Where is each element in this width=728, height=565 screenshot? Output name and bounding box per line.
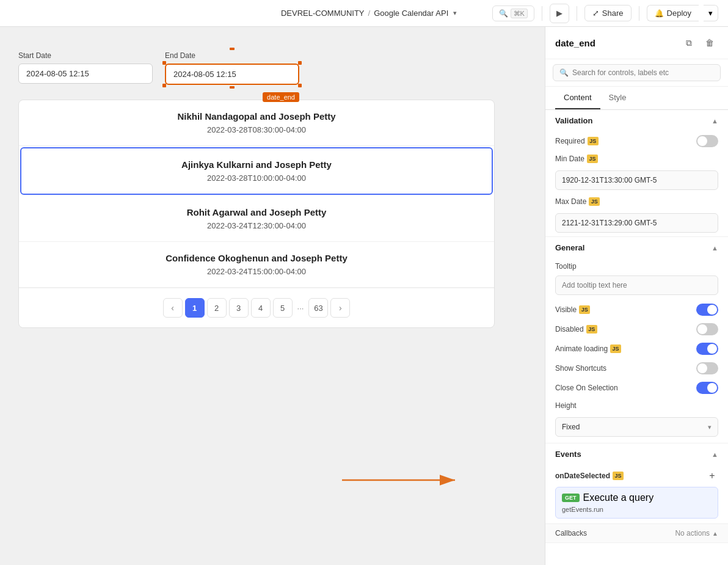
close-on-selection-label: Close On Selection — [555, 384, 618, 392]
prev-page-button[interactable]: ‹ — [163, 298, 183, 318]
show-shortcuts-row: Show Shortcuts — [545, 359, 728, 378]
start-date-input[interactable] — [18, 64, 153, 84]
search-kbd: ⌘K — [511, 9, 528, 18]
card-date: 2022-03-24T15:00:00-04:00 — [34, 267, 479, 276]
list-container: Nikhil Nandagopal and Joseph Petty 2022-… — [18, 100, 495, 328]
query-action-top: GET Execute a query — [562, 492, 712, 503]
deploy-button[interactable]: 🔔 Deploy — [647, 5, 699, 21]
list-item[interactable]: Ajinkya Kulkarni and Joseph Petty 2022-0… — [20, 147, 493, 195]
search-icon: 🔍 — [499, 9, 508, 18]
js-badge-max: JS — [589, 197, 600, 206]
height-select[interactable]: Fixed ▾ — [555, 417, 718, 437]
panel-search-icon: 🔍 — [559, 68, 569, 77]
height-select-value: Fixed — [562, 423, 580, 431]
app-name: Google Calendar API — [374, 9, 448, 18]
divider3 — [639, 6, 639, 21]
visible-row: Visible JS — [545, 300, 728, 319]
card-title: Confidence Okoghenun and Joseph Petty — [34, 253, 479, 263]
height-chevron-icon: ▾ — [708, 423, 712, 431]
validation-section: Validation ▲ Required JS Min Date JS — [545, 110, 728, 237]
tooltip-label: Tooltip — [555, 262, 577, 271]
breadcrumb-chevron-icon[interactable]: ▾ — [453, 9, 457, 17]
main-layout: Start Date End Date date_end — [0, 27, 728, 565]
animate-loading-toggle[interactable] — [696, 343, 718, 355]
validation-section-header[interactable]: Validation ▲ — [545, 110, 728, 131]
start-date-field: Start Date — [18, 51, 153, 85]
query-action-label: Execute a query — [583, 492, 654, 503]
max-date-value: 2121-12-31T13:29:00 GMT-5 — [555, 213, 718, 233]
general-title: General — [555, 243, 584, 252]
deploy-chevron-button[interactable]: ▾ — [704, 5, 718, 21]
max-date-row: Max Date JS — [545, 194, 728, 210]
panel-header-actions: ⧉ 🗑 — [680, 34, 718, 51]
end-date-field: End Date date_end — [165, 51, 299, 85]
min-date-label: Min Date JS — [555, 155, 598, 163]
show-shortcuts-toggle[interactable] — [696, 362, 718, 374]
visible-toggle[interactable] — [696, 304, 718, 316]
pagination-dots: ··· — [295, 304, 307, 313]
general-section-header[interactable]: General ▲ — [545, 237, 728, 258]
required-toggle[interactable] — [696, 135, 718, 147]
required-label: Required JS — [555, 137, 599, 145]
close-on-selection-toggle[interactable] — [696, 382, 718, 394]
breadcrumb-separator: / — [368, 9, 371, 18]
field-badge: date_end — [263, 92, 299, 102]
events-chevron-icon: ▲ — [712, 451, 718, 458]
js-badge-min: JS — [587, 155, 598, 163]
page-button-2[interactable]: 2 — [207, 298, 227, 318]
page-button-3[interactable]: 3 — [229, 298, 249, 318]
divider — [542, 6, 542, 21]
delete-icon-button[interactable]: 🗑 — [701, 34, 718, 51]
min-date-row: Min Date JS — [545, 151, 728, 167]
list-item[interactable]: Confidence Okoghenun and Joseph Petty 20… — [19, 242, 494, 288]
page-button-last[interactable]: 63 — [308, 298, 328, 318]
tooltip-row: Tooltip — [545, 258, 728, 274]
tooltip-input[interactable] — [555, 275, 718, 295]
js-badge-disabled: JS — [586, 325, 597, 334]
breadcrumb: DEVREL-COMMUNITY / Google Calendar API ▾ — [251, 9, 487, 18]
height-label: Height — [555, 401, 577, 410]
tab-content[interactable]: Content — [555, 87, 600, 109]
get-badge: GET — [562, 494, 580, 502]
page-button-5[interactable]: 5 — [273, 298, 293, 318]
disabled-toggle[interactable] — [696, 323, 718, 335]
events-section-header[interactable]: Events ▲ — [545, 443, 728, 465]
end-date-label: End Date — [165, 51, 299, 60]
card-date: 2022-03-28T10:00:00-04:00 — [36, 173, 477, 183]
callbacks-row: Callbacks No actions ▲ — [545, 523, 728, 542]
card-date: 2022-03-24T12:30:00-04:00 — [34, 221, 479, 230]
topbar-actions: 🔍 ⌘K ▶ ⤢ Share 🔔 Deploy ▾ — [492, 4, 719, 23]
deploy-label: Deploy — [667, 9, 691, 18]
list-item[interactable]: Nikhil Nandagopal and Joseph Petty 2022-… — [19, 100, 494, 146]
search-button[interactable]: 🔍 ⌘K — [492, 5, 534, 21]
play-button[interactable]: ▶ — [550, 4, 569, 23]
no-actions-wrap: No actions ▲ — [675, 529, 718, 538]
validation-chevron-icon: ▲ — [712, 117, 718, 125]
add-event-button[interactable]: + — [706, 470, 718, 482]
panel-tabs: Content Style — [545, 87, 728, 110]
divider2 — [577, 6, 577, 21]
validation-title: Validation — [555, 116, 592, 125]
tab-style[interactable]: Style — [600, 87, 635, 109]
list-item[interactable]: Rohit Agarwal and Joseph Petty 2022-03-2… — [19, 196, 494, 242]
copy-icon-button[interactable]: ⧉ — [680, 34, 697, 51]
page-button-4[interactable]: 4 — [251, 298, 271, 318]
resize-handle-br — [298, 84, 302, 87]
canvas-area: Start Date End Date date_end — [0, 27, 545, 565]
min-date-value: 1920-12-31T13:30:00 GMT-5 — [555, 170, 718, 190]
bell-icon: 🔔 — [655, 9, 664, 18]
card-title: Rohit Agarwal and Joseph Petty — [34, 207, 479, 217]
start-date-label: Start Date — [18, 51, 153, 60]
height-row: Height — [545, 398, 728, 414]
share-button[interactable]: ⤢ Share — [584, 5, 632, 21]
project-name: DEVREL-COMMUNITY — [281, 9, 365, 18]
topbar: DEVREL-COMMUNITY / Google Calendar API ▾… — [0, 0, 728, 27]
query-action: GET Execute a query getEvents.run — [555, 487, 718, 519]
end-date-input[interactable] — [165, 64, 299, 85]
panel-search-input[interactable] — [572, 68, 714, 77]
page-button-1[interactable]: 1 — [185, 298, 205, 318]
next-page-button[interactable]: › — [330, 298, 350, 318]
event-name: onDateSelected JS — [555, 472, 624, 480]
show-shortcuts-label: Show Shortcuts — [555, 364, 606, 373]
panel-header: date_end ⧉ 🗑 — [545, 27, 728, 59]
